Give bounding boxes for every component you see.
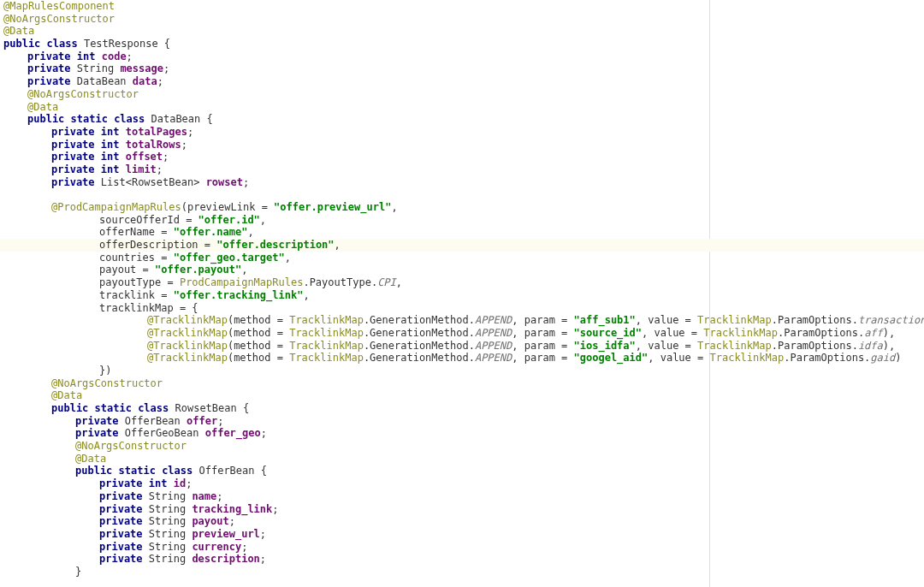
token-italic: APPEND [475, 327, 512, 339]
token-field: currency [192, 541, 241, 553]
code-line[interactable]: @MapRulesComponent [0, 0, 924, 13]
token-punc: , [335, 239, 341, 251]
code-line[interactable]: payoutType = ProdCampaignMapRules.Payout… [0, 276, 924, 289]
token-punc: .ParamOptions. [784, 352, 870, 364]
code-area[interactable]: @MapRulesComponent@NoArgsConstructor@Dat… [0, 0, 924, 587]
token-str: "offer.tracking_link" [174, 289, 304, 301]
token-italic: APPEND [475, 314, 512, 326]
token-italic: idfa [858, 340, 883, 352]
token-punc: } [75, 566, 81, 578]
token-anno: @Data [51, 389, 82, 401]
code-line[interactable]: @ProdCampaignMapRules(previewLink = "off… [0, 201, 924, 214]
code-line[interactable]: @NoArgsConstructor [0, 13, 924, 26]
token-anno: @TracklinkMap [147, 327, 228, 339]
code-line[interactable]: private String preview_url; [0, 528, 924, 541]
token-punc: .ParamOptions. [772, 340, 858, 352]
code-line[interactable]: @TracklinkMap(method = TracklinkMap.Gene… [0, 314, 924, 327]
token-punc: , [241, 264, 247, 276]
token-punc: , [303, 289, 309, 301]
token-anno: TracklinkMap [703, 327, 778, 339]
token-kw: private [99, 515, 149, 527]
code-line[interactable]: @Data [0, 453, 924, 465]
code-line[interactable]: public static class OfferBean { [0, 465, 924, 477]
token-ident: countries = [99, 252, 174, 264]
token-kw: private int [27, 50, 102, 62]
code-line[interactable]: payout = "offer.payout", [0, 264, 924, 276]
code-line[interactable]: private OfferGeoBean offer_geo; [0, 427, 924, 440]
token-field: limit [126, 163, 157, 175]
token-field: name [192, 490, 216, 502]
code-line[interactable]: private int offset; [0, 151, 924, 163]
token-ident: OfferBean [199, 465, 261, 477]
token-field: code [102, 50, 127, 62]
code-line[interactable]: private String message; [0, 62, 924, 75]
token-anno: @Data [75, 453, 106, 465]
token-anno: TracklinkMap [697, 314, 772, 326]
code-line[interactable]: @NoArgsConstructor [0, 440, 924, 453]
code-line[interactable]: @Data [0, 101, 924, 114]
code-line[interactable]: public static class DataBean { [0, 113, 924, 126]
token-kw: private [27, 75, 77, 87]
code-line[interactable]: countries = "offer_geo.target", [0, 252, 924, 264]
token-ident: String [149, 503, 192, 515]
code-editor[interactable]: 💡 @MapRulesComponent@NoArgsConstructor@D… [0, 0, 924, 587]
token-str: "offer.id" [198, 214, 260, 226]
code-line[interactable]: @Data [0, 25, 924, 38]
code-line[interactable]: offerName = "offer.name", [0, 226, 924, 239]
code-line[interactable]: private DataBean data; [0, 75, 924, 88]
token-punc: ; [181, 139, 187, 151]
token-kw: public static class [51, 402, 175, 414]
code-line[interactable]: private String tracking_link; [0, 503, 924, 516]
token-kw: private int [51, 139, 126, 151]
code-line[interactable]: private int limit; [0, 163, 924, 176]
token-kw: private [99, 528, 149, 540]
code-line[interactable]: private int totalPages; [0, 126, 924, 139]
token-punc: ; [260, 528, 266, 540]
token-field: id [174, 477, 186, 489]
token-field: offer_geo [205, 427, 261, 439]
code-line[interactable]: private String currency; [0, 541, 924, 554]
code-line[interactable]: @NoArgsConstructor [0, 377, 924, 390]
token-field: preview_url [192, 528, 259, 540]
token-ident: RowsetBean [175, 402, 243, 414]
code-line[interactable]: }) [0, 365, 924, 377]
code-line[interactable]: offerDescription = "offer.description", [0, 239, 924, 252]
token-anno: @ProdCampaignMapRules [51, 201, 181, 213]
code-line[interactable]: public static class RowsetBean { [0, 402, 924, 415]
code-line[interactable]: tracklinkMap = { [0, 302, 924, 315]
code-line[interactable] [0, 188, 924, 201]
token-str: "offer_geo.target" [174, 252, 285, 264]
code-line[interactable]: @Data [0, 389, 924, 402]
token-field: data [133, 75, 157, 87]
token-punc: ; [260, 553, 266, 565]
code-line[interactable]: @NoArgsConstructor [0, 88, 924, 101]
token-field: offset [126, 151, 163, 163]
code-line[interactable]: private int code; [0, 50, 924, 63]
token-ident: offerName = [99, 226, 174, 238]
code-line[interactable]: @TracklinkMap(method = TracklinkMap.Gene… [0, 340, 924, 353]
token-punc: ; [216, 490, 222, 502]
code-line[interactable]: public class TestResponse { [0, 38, 924, 50]
token-kw: private int [99, 477, 174, 489]
code-line[interactable]: private OfferBean offer; [0, 415, 924, 428]
code-line[interactable]: sourceOfferId = "offer.id", [0, 214, 924, 227]
token-ident: OfferGeoBean [125, 427, 205, 439]
token-punc: }) [99, 365, 111, 377]
token-punc: { [164, 38, 170, 50]
code-line[interactable]: private String name; [0, 490, 924, 503]
code-line[interactable]: } [0, 566, 924, 578]
token-ident: String [149, 541, 192, 553]
token-anno: @MapRulesComponent [3, 0, 115, 12]
code-line[interactable]: private String description; [0, 553, 924, 566]
code-line[interactable]: private int id; [0, 477, 924, 490]
token-punc: { [243, 402, 249, 414]
code-line[interactable]: @TracklinkMap(method = TracklinkMap.Gene… [0, 352, 924, 365]
code-line[interactable]: private List<RowsetBean> rowset; [0, 176, 924, 189]
code-line[interactable]: private int totalRows; [0, 139, 924, 151]
token-punc: , value = [636, 314, 697, 326]
code-line[interactable]: private String payout; [0, 515, 924, 528]
code-line[interactable]: @TracklinkMap(method = TracklinkMap.Gene… [0, 327, 924, 340]
token-punc: ; [127, 50, 133, 62]
token-kw: public class [3, 38, 84, 50]
code-line[interactable]: tracklink = "offer.tracking_link", [0, 289, 924, 302]
